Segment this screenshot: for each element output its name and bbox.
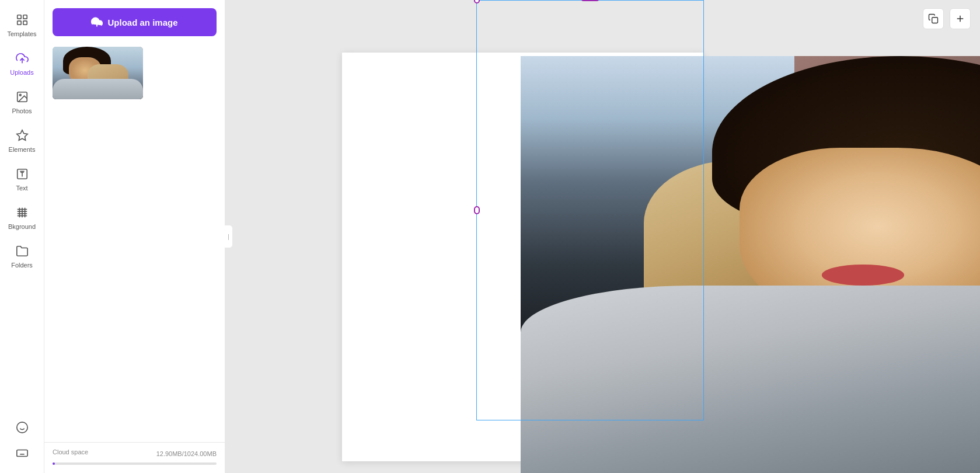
svg-point-6 <box>19 94 21 96</box>
sidebar-item-uploads[interactable]: Uploads <box>3 44 41 82</box>
type-t-icon <box>14 166 30 182</box>
woman-photo-element[interactable] <box>521 56 980 473</box>
svg-rect-2 <box>17 21 20 25</box>
svg-rect-3 <box>23 21 26 25</box>
sidebar-item-photos-label: Photos <box>12 107 32 114</box>
woman-photo-render <box>521 56 980 473</box>
image-icon <box>14 89 30 105</box>
svg-point-18 <box>16 422 27 433</box>
uploaded-images-grid <box>44 42 225 442</box>
sidebar-item-templates-label: Templates <box>7 30 36 37</box>
cloud-space-label: Cloud space <box>53 448 88 455</box>
cloud-space-progress-bar <box>53 462 217 465</box>
sidebar-item-templates[interactable]: Templates <box>3 6 41 43</box>
canvas-toolbar <box>923 8 971 29</box>
sidebar: Templates Uploads Photos <box>0 0 44 473</box>
svg-rect-0 <box>17 15 20 19</box>
cloud-space-footer: Cloud space 12.90MB/1024.00MB <box>44 442 225 473</box>
svg-rect-21 <box>16 450 27 457</box>
sidebar-item-elements-label: Elements <box>9 146 36 153</box>
sidebar-item-folders[interactable]: Folders <box>3 237 41 274</box>
emoji-button[interactable] <box>12 417 33 438</box>
selection-handle-top-center[interactable] <box>581 0 599 1</box>
sidebar-item-text-label: Text <box>16 185 27 192</box>
duplicate-button[interactable] <box>923 8 944 29</box>
thumb-photo-preview <box>53 47 143 99</box>
grid-lines-icon <box>14 204 30 221</box>
uploaded-image-thumb[interactable] <box>53 47 143 99</box>
sidebar-item-bkground-label: Bkground <box>8 223 36 230</box>
sidebar-item-text[interactable]: Text <box>3 160 41 197</box>
sidebar-item-photos[interactable]: Photos <box>3 83 41 120</box>
cloud-space-progress-fill <box>53 462 55 465</box>
panel-collapse-handle[interactable]: | <box>225 225 233 248</box>
layout-grid-icon <box>14 12 30 28</box>
svg-rect-1 <box>23 15 26 19</box>
selection-handle-top-left[interactable] <box>474 0 480 4</box>
sidebar-item-bkground[interactable]: Bkground <box>3 199 41 236</box>
shapes-icon <box>14 127 30 144</box>
uploads-panel: Upload an image Cloud space 12.90MB/1024… <box>44 0 225 473</box>
svg-rect-28 <box>932 18 938 23</box>
cloud-space-info: Cloud space 12.90MB/1024.00MB <box>53 448 217 459</box>
folder-icon <box>14 243 30 259</box>
canvas-area <box>225 0 980 473</box>
upload-button-label: Upload an image <box>107 18 177 27</box>
sidebar-item-uploads-label: Uploads <box>10 69 33 76</box>
sidebar-item-folders-label: Folders <box>11 262 33 269</box>
cloud-space-usage: 12.90MB/1024.00MB <box>156 450 217 457</box>
copy-icon <box>928 13 939 24</box>
add-button[interactable] <box>950 8 971 29</box>
keyboard-button[interactable] <box>12 443 33 464</box>
upload-cloud-icon <box>14 50 30 67</box>
sidebar-bottom <box>12 417 33 473</box>
plus-icon <box>955 13 965 24</box>
panel-handle-icon: | <box>228 234 229 240</box>
upload-image-button[interactable]: Upload an image <box>53 8 217 36</box>
sidebar-item-elements[interactable]: Elements <box>3 121 41 159</box>
